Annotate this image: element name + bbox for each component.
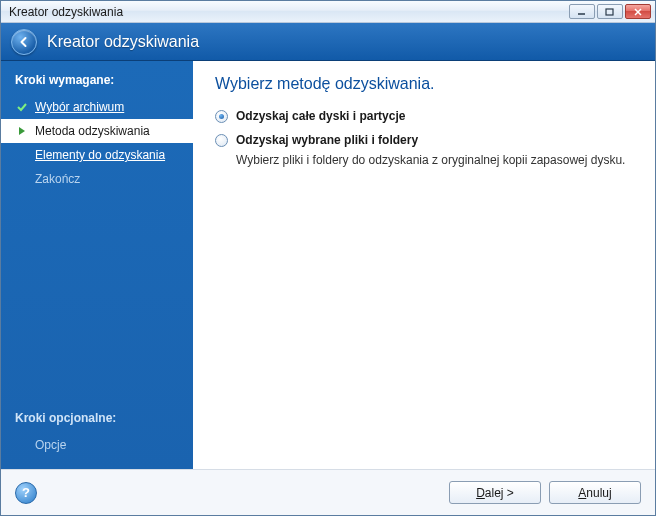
option-label: Odzyskaj całe dyski i partycje	[236, 109, 405, 123]
page-heading: Wybierz metodę odzyskiwania.	[215, 75, 633, 93]
step-icon	[15, 148, 29, 162]
maximize-button[interactable]	[597, 4, 623, 19]
sidebar-step-finish: Zakończ	[1, 167, 193, 191]
sidebar-step-method[interactable]: Metoda odzyskiwania	[1, 119, 193, 143]
svg-rect-1	[606, 9, 613, 15]
sidebar: Kroki wymagane: Wybór archiwum Metoda od…	[1, 61, 193, 469]
step-icon	[15, 438, 29, 452]
titlebar: Kreator odzyskiwania	[1, 1, 655, 23]
header-title: Kreator odzyskiwania	[47, 33, 199, 51]
body: Kroki wymagane: Wybór archiwum Metoda od…	[1, 61, 655, 469]
sidebar-step-label: Opcje	[35, 438, 66, 452]
sidebar-step-label: Zakończ	[35, 172, 80, 186]
help-button[interactable]: ?	[15, 482, 37, 504]
option-description: Wybierz pliki i foldery do odzyskania z …	[236, 153, 633, 167]
cancel-label-rest: nuluj	[586, 486, 611, 500]
minimize-button[interactable]	[569, 4, 595, 19]
header-band: Kreator odzyskiwania	[1, 23, 655, 61]
sidebar-step-label: Metoda odzyskiwania	[35, 124, 150, 138]
wizard-window: Kreator odzyskiwania Kreator odzyskiwani…	[0, 0, 656, 516]
arrow-left-icon	[17, 35, 31, 49]
close-button[interactable]	[625, 4, 651, 19]
back-button[interactable]	[11, 29, 37, 55]
sidebar-optional-block: Kroki opcjonalne: Opcje	[1, 407, 193, 457]
next-hotkey: D	[476, 486, 485, 500]
next-button[interactable]: Dalej >	[449, 481, 541, 504]
option-recover-files[interactable]: Odzyskaj wybrane pliki i foldery	[215, 133, 633, 147]
check-icon	[15, 100, 29, 114]
radio-button[interactable]	[215, 110, 228, 123]
sidebar-step-options[interactable]: Opcje	[1, 433, 193, 457]
sidebar-step-label: Elementy do odzyskania	[35, 148, 165, 162]
radio-button[interactable]	[215, 134, 228, 147]
sidebar-optional-title: Kroki opcjonalne:	[1, 407, 193, 433]
help-icon: ?	[22, 485, 30, 500]
window-controls	[569, 4, 651, 19]
window-title: Kreator odzyskiwania	[9, 5, 569, 19]
option-label: Odzyskaj wybrane pliki i foldery	[236, 133, 418, 147]
footer: ? Dalej > Anuluj	[1, 469, 655, 515]
step-icon	[15, 172, 29, 186]
option-recover-disks[interactable]: Odzyskaj całe dyski i partycje	[215, 109, 633, 123]
sidebar-step-elements[interactable]: Elementy do odzyskania	[1, 143, 193, 167]
arrow-right-icon	[15, 124, 29, 138]
sidebar-step-label: Wybór archiwum	[35, 100, 124, 114]
main-content: Wybierz metodę odzyskiwania. Odzyskaj ca…	[193, 61, 655, 469]
sidebar-required-title: Kroki wymagane:	[1, 69, 193, 95]
next-label-rest: alej >	[485, 486, 514, 500]
cancel-button[interactable]: Anuluj	[549, 481, 641, 504]
sidebar-step-archive[interactable]: Wybór archiwum	[1, 95, 193, 119]
